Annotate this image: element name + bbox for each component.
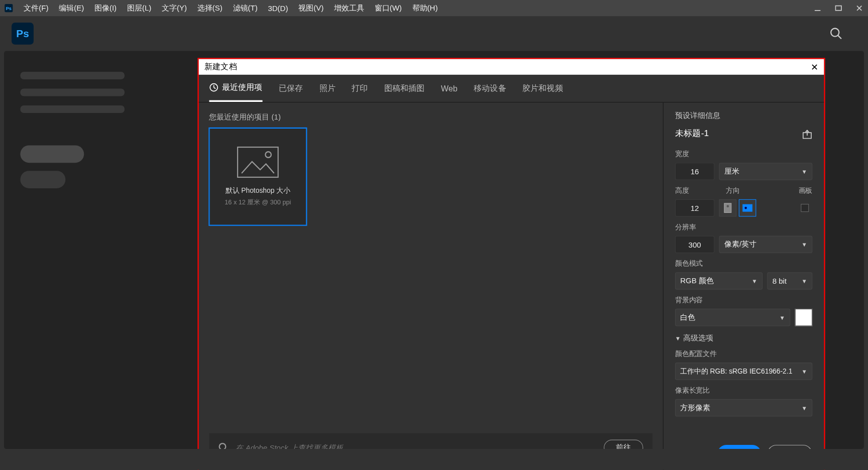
tab-film[interactable]: 胶片和视频 [522, 75, 563, 102]
dialog-close-icon[interactable]: ✕ [811, 61, 818, 72]
pixel-aspect-select[interactable]: 方形像素▼ [675, 399, 812, 417]
svg-rect-17 [743, 204, 752, 211]
color-mode-select[interactable]: RGB 颜色▼ [675, 272, 763, 290]
svg-rect-15 [724, 203, 731, 212]
menu-edit[interactable]: 编辑(E) [54, 3, 89, 14]
ps-logo-icon: Ps [12, 23, 34, 45]
window-minimize-icon[interactable] [814, 4, 822, 12]
preset-card-default[interactable]: 默认 Photoshop 大小 16 x 12 厘米 @ 300 ppi [209, 128, 306, 225]
sidebar-placeholder [20, 72, 136, 196]
width-input[interactable] [675, 163, 714, 180]
tab-mobile[interactable]: 移动设备 [474, 75, 506, 102]
orientation-landscape-button[interactable] [739, 199, 756, 217]
orientation-label: 方向 [726, 186, 740, 196]
orientation-portrait-button[interactable] [719, 199, 737, 217]
dialog-left-area: 您最近使用的项目 (1) 默认 Photoshop 大小 16 x 12 厘米 … [199, 102, 663, 470]
menu-view[interactable]: 视图(V) [293, 3, 329, 14]
width-unit-select[interactable]: 厘米▼ [719, 163, 813, 180]
chevron-down-icon: ▼ [675, 335, 681, 342]
height-input[interactable] [675, 199, 714, 217]
width-label: 宽度 [675, 150, 812, 160]
menu-help[interactable]: 帮助(H) [407, 3, 443, 14]
tab-recent[interactable]: 最近使用项 [209, 75, 262, 102]
svg-rect-9 [238, 147, 278, 177]
chevron-down-icon: ▼ [801, 241, 807, 248]
save-preset-icon[interactable] [802, 129, 812, 139]
chevron-down-icon: ▼ [801, 405, 807, 411]
color-mode-label: 颜色模式 [675, 259, 812, 269]
search-icon[interactable] [830, 27, 842, 40]
tab-photo[interactable]: 照片 [319, 75, 336, 102]
preset-subtitle: 16 x 12 厘米 @ 300 ppi [225, 198, 291, 207]
svg-point-18 [744, 207, 747, 209]
chevron-down-icon: ▼ [801, 278, 807, 284]
background-label: 背景内容 [675, 295, 812, 305]
window-maximize-icon[interactable] [834, 4, 842, 12]
window-close-icon[interactable] [855, 4, 863, 12]
height-label: 高度 [675, 186, 714, 196]
menu-file[interactable]: 文件(F) [19, 3, 54, 14]
chevron-down-icon: ▼ [801, 168, 807, 175]
tab-web[interactable]: Web [441, 75, 458, 102]
resolution-label: 分辨率 [675, 222, 812, 232]
chevron-down-icon: ▼ [780, 314, 785, 321]
color-profile-select[interactable]: 工作中的 RGB: sRGB IEC61966-2.1▼ [675, 363, 812, 380]
preset-name: 默认 Photoshop 大小 [226, 186, 290, 196]
menu-filter[interactable]: 滤镜(T) [228, 3, 263, 14]
new-document-dialog: 新建文档 ✕ 最近使用项 已保存 照片 打印 图稿和插图 Web 移动设备 胶片… [197, 58, 825, 470]
color-profile-label: 颜色配置文件 [675, 349, 812, 360]
chevron-down-icon: ▼ [801, 368, 807, 375]
bit-depth-select[interactable]: 8 bit▼ [767, 272, 812, 290]
artboard-label: 画板 [799, 186, 813, 196]
svg-point-16 [727, 205, 729, 207]
svg-rect-1 [835, 6, 841, 11]
menubar: Ps 文件(F) 编辑(E) 图像(I) 图层(L) 文字(Y) 选择(S) 滤… [0, 0, 868, 16]
recent-items-label: 您最近使用的项目 (1) [199, 102, 663, 128]
tab-art[interactable]: 图稿和插图 [384, 75, 425, 102]
bottom-taskbar [0, 449, 868, 470]
app-header: Ps [0, 16, 868, 51]
menu-layer[interactable]: 图层(L) [122, 3, 157, 14]
preset-details-panel: 预设详细信息 未标题-1 宽度 厘米▼ 高度 方向 画板 [663, 102, 824, 470]
menu-image[interactable]: 图像(I) [89, 3, 122, 14]
svg-point-10 [265, 152, 271, 158]
menu-3d[interactable]: 3D(D) [263, 4, 293, 12]
menu-plugins[interactable]: 增效工具 [329, 3, 370, 14]
svg-line-5 [838, 35, 841, 39]
dialog-title: 新建文档 [204, 62, 237, 72]
menu-select[interactable]: 选择(S) [192, 3, 228, 14]
pixel-aspect-label: 像素长宽比 [675, 386, 812, 396]
background-select[interactable]: 白色▼ [675, 309, 791, 326]
menu-type[interactable]: 文字(Y) [157, 3, 192, 14]
dialog-tabs: 最近使用项 已保存 照片 打印 图稿和插图 Web 移动设备 胶片和视频 [199, 75, 824, 102]
dialog-titlebar: 新建文档 ✕ [199, 59, 824, 75]
image-placeholder-icon [237, 147, 279, 178]
tab-print[interactable]: 打印 [352, 75, 368, 102]
background-color-swatch[interactable] [795, 309, 813, 326]
artboard-checkbox[interactable] [801, 204, 809, 212]
ps-mini-icon: Ps [5, 4, 13, 12]
svg-point-4 [831, 29, 839, 37]
resolution-input[interactable] [675, 236, 714, 253]
tab-saved[interactable]: 已保存 [279, 75, 303, 102]
resolution-unit-select[interactable]: 像素/英寸▼ [719, 236, 813, 253]
advanced-options-toggle[interactable]: ▼高级选项 [675, 333, 812, 343]
chevron-down-icon: ▼ [751, 278, 757, 284]
menu-window[interactable]: 窗口(W) [369, 3, 407, 14]
preset-details-heading: 预设详细信息 [675, 110, 812, 121]
svg-line-8 [214, 87, 215, 88]
clock-icon [209, 83, 218, 92]
document-name-field[interactable]: 未标题-1 [675, 128, 709, 139]
